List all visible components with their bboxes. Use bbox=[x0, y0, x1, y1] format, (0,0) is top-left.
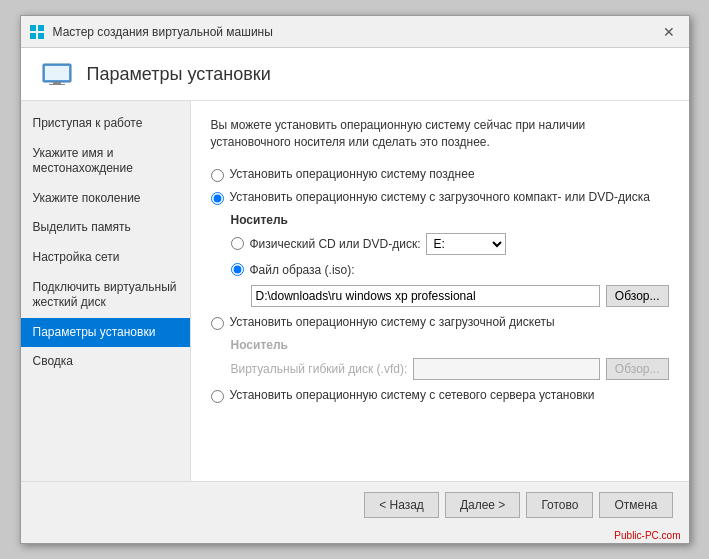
svg-rect-5 bbox=[45, 66, 69, 80]
option1-radio[interactable] bbox=[211, 169, 224, 182]
page-header: Параметры установки bbox=[21, 48, 689, 101]
sidebar-item-4[interactable]: Настройка сети bbox=[21, 243, 190, 273]
vfd-browse-button[interactable]: Обзор... bbox=[606, 358, 669, 380]
option4-text: Установить операционную систему с сетево… bbox=[230, 388, 595, 402]
sidebar-item-5[interactable]: Подключить виртуальный жесткий диск bbox=[21, 273, 190, 318]
sidebar-item-3[interactable]: Выделить память bbox=[21, 213, 190, 243]
iso-radio-label[interactable]: Файл образа (.iso): bbox=[231, 263, 669, 277]
title-bar-left: Мастер создания виртуальной машины bbox=[29, 24, 273, 40]
svg-rect-1 bbox=[38, 25, 44, 31]
cd-radio[interactable] bbox=[231, 237, 244, 250]
cd-label-text: Физический CD или DVD-диск: bbox=[250, 237, 421, 251]
svg-rect-7 bbox=[49, 84, 65, 85]
main-description: Вы можете установить операционную систем… bbox=[211, 117, 669, 151]
option2-text: Установить операционную систему с загруз… bbox=[230, 190, 650, 204]
svg-rect-2 bbox=[30, 33, 36, 39]
finish-button[interactable]: Готово bbox=[526, 492, 593, 518]
svg-rect-6 bbox=[53, 82, 61, 84]
footer: < Назад Далее > Готово Отмена bbox=[21, 481, 689, 528]
sidebar-item-2[interactable]: Укажите поколение bbox=[21, 184, 190, 214]
vfd-path-input[interactable] bbox=[413, 358, 600, 380]
option3-radio[interactable] bbox=[211, 317, 224, 330]
sidebar-item-7[interactable]: Сводка bbox=[21, 347, 190, 377]
sidebar: Приступая к работе Укажите имя и местона… bbox=[21, 101, 191, 481]
iso-browse-button[interactable]: Обзор... bbox=[606, 285, 669, 307]
content-area: Приступая к работе Укажите имя и местона… bbox=[21, 101, 689, 481]
iso-radio[interactable] bbox=[231, 263, 244, 276]
vfd-label-text: Виртуальный гибкий диск (.vfd): bbox=[231, 362, 408, 376]
header-icon bbox=[41, 62, 73, 86]
next-button[interactable]: Далее > bbox=[445, 492, 521, 518]
cd-drive-select[interactable]: E: bbox=[426, 233, 506, 255]
sidebar-item-1[interactable]: Укажите имя и местонахождение bbox=[21, 139, 190, 184]
page-title: Параметры установки bbox=[87, 64, 271, 85]
svg-rect-0 bbox=[30, 25, 36, 31]
window-icon bbox=[29, 24, 45, 40]
cancel-button[interactable]: Отмена bbox=[599, 492, 672, 518]
main-content: Вы можете установить операционную систем… bbox=[191, 101, 689, 481]
option2-radio[interactable] bbox=[211, 192, 224, 205]
option3-text: Установить операционную систему с загруз… bbox=[230, 315, 555, 329]
vfd-row: Виртуальный гибкий диск (.vfd): Обзор... bbox=[231, 358, 669, 380]
iso-label-text: Файл образа (.iso): bbox=[250, 263, 355, 277]
close-button[interactable]: ✕ bbox=[657, 20, 681, 44]
option2-radio-label[interactable]: Установить операционную систему с загруз… bbox=[211, 190, 669, 205]
media-section2-label: Носитель bbox=[231, 338, 669, 352]
option4-radio[interactable] bbox=[211, 390, 224, 403]
vfd-field-row: Виртуальный гибкий диск (.vfd): Обзор... bbox=[231, 358, 669, 380]
option1-radio-label[interactable]: Установить операционную систему позднее bbox=[211, 167, 669, 182]
option1-text: Установить операционную систему позднее bbox=[230, 167, 475, 181]
title-bar: Мастер создания виртуальной машины ✕ bbox=[21, 16, 689, 48]
svg-rect-3 bbox=[38, 33, 44, 39]
cd-radio-label[interactable]: Физический CD или DVD-диск: E: bbox=[231, 233, 669, 255]
sidebar-item-0[interactable]: Приступая к работе bbox=[21, 109, 190, 139]
sidebar-item-6[interactable]: Параметры установки bbox=[21, 318, 190, 348]
media-section-label: Носитель bbox=[231, 213, 669, 227]
cd-option-group: Физический CD или DVD-диск: E: Файл обра… bbox=[231, 233, 669, 307]
option4-radio-label[interactable]: Установить операционную систему с сетево… bbox=[211, 388, 669, 403]
iso-path-input[interactable] bbox=[251, 285, 600, 307]
iso-field-row: Обзор... bbox=[251, 285, 669, 307]
watermark: Public-PC.com bbox=[21, 528, 689, 543]
back-button[interactable]: < Назад bbox=[364, 492, 439, 518]
option3-radio-label[interactable]: Установить операционную систему с загруз… bbox=[211, 315, 669, 330]
window-title: Мастер создания виртуальной машины bbox=[53, 25, 273, 39]
main-window: Мастер создания виртуальной машины ✕ Пар… bbox=[20, 15, 690, 544]
